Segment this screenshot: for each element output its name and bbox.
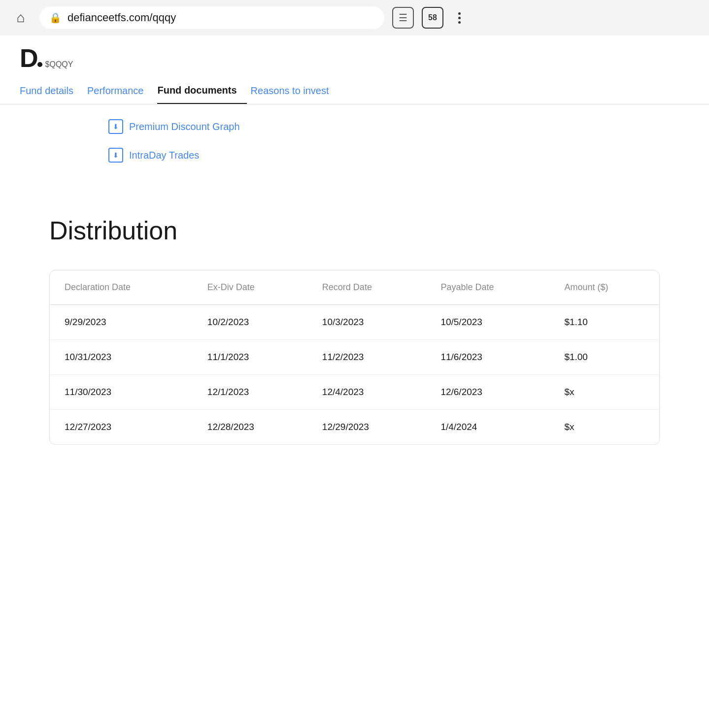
website-content: D $QQQY Fund details Performance Fund do… <box>0 35 709 728</box>
col-header-record-date: Record Date <box>307 270 426 305</box>
doc-link-label-1: Premium Discount Graph <box>129 121 240 132</box>
menu-dot-2 <box>458 17 461 19</box>
table-row: 10/31/202311/1/202311/2/202311/6/2023$1.… <box>50 340 659 375</box>
table-cell-row0-col3: 10/5/2023 <box>426 305 549 340</box>
nav-reasons-to-invest[interactable]: Reasons to invest <box>251 79 339 103</box>
table-cell-row3-col2: 12/29/2023 <box>307 410 426 445</box>
lock-icon: 🔒 <box>49 12 62 24</box>
table-cell-row2-col2: 12/4/2023 <box>307 375 426 410</box>
col-header-exdiv-date: Ex-Div Date <box>193 270 307 305</box>
url-text: defianceetfs.com/qqqy <box>68 11 176 24</box>
table-cell-row1-col3: 11/6/2023 <box>426 340 549 375</box>
col-header-declaration-date: Declaration Date <box>50 270 193 305</box>
table-row: 11/30/202312/1/202312/4/202312/6/2023$x <box>50 375 659 410</box>
distribution-table-wrapper: Declaration Date Ex-Div Date Record Date… <box>49 270 660 445</box>
table-cell-row2-col3: 12/6/2023 <box>426 375 549 410</box>
table-row: 12/27/202312/28/202312/29/20231/4/2024$x <box>50 410 659 445</box>
doc-link-label-2: IntraDay Trades <box>129 150 199 161</box>
table-cell-row3-col1: 12/28/2023 <box>193 410 307 445</box>
table-header-row: Declaration Date Ex-Div Date Record Date… <box>50 270 659 305</box>
logo-dot <box>37 62 42 67</box>
table-cell-row2-col4: $x <box>549 375 659 410</box>
table-cell-row3-col4: $x <box>549 410 659 445</box>
reader-mode-button[interactable]: ☰ <box>392 7 414 29</box>
col-header-amount: Amount ($) <box>549 270 659 305</box>
home-icon: ⌂ <box>17 10 25 26</box>
logo-letter: D <box>20 45 38 71</box>
table-cell-row1-col4: $1.00 <box>549 340 659 375</box>
logo-ticker: $QQQY <box>45 60 73 69</box>
table-cell-row2-col1: 12/1/2023 <box>193 375 307 410</box>
table-cell-row2-col0: 11/30/2023 <box>50 375 193 410</box>
table-cell-row0-col4: $1.10 <box>549 305 659 340</box>
reader-icon: ☰ <box>399 12 407 24</box>
site-header: D $QQQY Fund details Performance Fund do… <box>0 35 709 104</box>
document-section: ⬇ Premium Discount Graph ⬇ IntraDay Trad… <box>0 104 709 186</box>
download-icon-1: ⬇ <box>108 119 123 134</box>
menu-dot-3 <box>458 21 461 24</box>
browser-chrome: ⌂ 🔒 defianceetfs.com/qqqy ☰ 58 <box>0 0 709 35</box>
table-cell-row1-col0: 10/31/2023 <box>50 340 193 375</box>
col-header-payable-date: Payable Date <box>426 270 549 305</box>
nav-performance[interactable]: Performance <box>87 79 154 103</box>
distribution-section: Distribution Declaration Date Ex-Div Dat… <box>0 186 709 474</box>
tabs-button[interactable]: 58 <box>422 7 443 29</box>
browser-menu-button[interactable] <box>451 7 467 29</box>
table-cell-row3-col3: 1/4/2024 <box>426 410 549 445</box>
download-icon-2: ⬇ <box>108 148 123 163</box>
doc-link-premium-discount[interactable]: ⬇ Premium Discount Graph <box>108 119 689 134</box>
table-cell-row3-col0: 12/27/2023 <box>50 410 193 445</box>
table-cell-row0-col2: 10/3/2023 <box>307 305 426 340</box>
site-nav: Fund details Performance Fund documents … <box>20 79 689 104</box>
logo-area: D $QQQY <box>20 45 689 71</box>
distribution-table: Declaration Date Ex-Div Date Record Date… <box>50 270 659 444</box>
browser-home-button[interactable]: ⌂ <box>10 7 32 29</box>
table-row: 9/29/202310/2/202310/3/202310/5/2023$1.1… <box>50 305 659 340</box>
table-cell-row0-col0: 9/29/2023 <box>50 305 193 340</box>
doc-link-intraday-trades[interactable]: ⬇ IntraDay Trades <box>108 148 689 163</box>
tabs-count: 58 <box>428 13 437 22</box>
nav-fund-details[interactable]: Fund details <box>20 79 83 103</box>
distribution-title: Distribution <box>49 216 660 245</box>
menu-dot-1 <box>458 12 461 15</box>
table-cell-row0-col1: 10/2/2023 <box>193 305 307 340</box>
nav-fund-documents[interactable]: Fund documents <box>157 79 246 104</box>
table-cell-row1-col1: 11/1/2023 <box>193 340 307 375</box>
address-bar[interactable]: 🔒 defianceetfs.com/qqqy <box>39 6 384 29</box>
table-cell-row1-col2: 11/2/2023 <box>307 340 426 375</box>
